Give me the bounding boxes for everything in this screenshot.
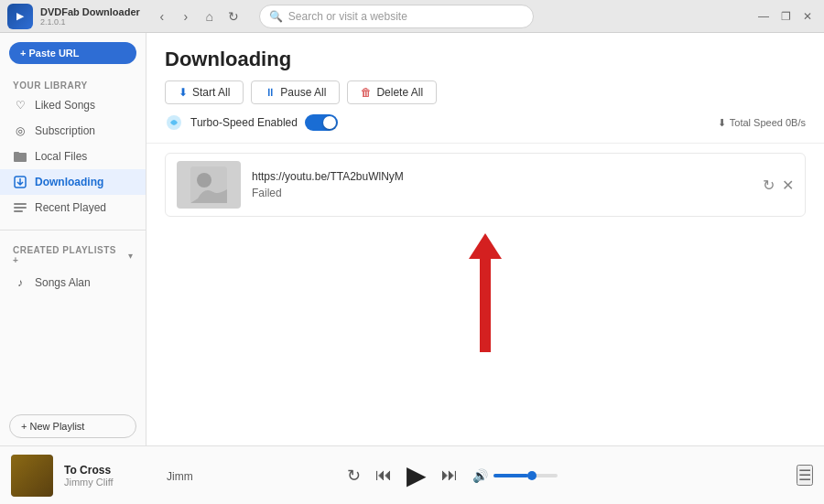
player-subtitle: Jimm: [167, 467, 222, 484]
turbo-bar: Turbo-Speed Enabled ⬇ Total Speed 0B/s: [165, 113, 806, 132]
svg-point-8: [197, 173, 211, 188]
content-header: Downloading ⬇ Start All ⏸ Pause All 🗑 De…: [146, 33, 824, 144]
window-controls: — ❐ ✕: [754, 7, 817, 26]
delete-all-button[interactable]: 🗑 Delete All: [347, 80, 437, 104]
retry-download-button[interactable]: ↻: [763, 177, 775, 194]
folder-icon: [13, 149, 27, 164]
volume-icon: 🔊: [472, 468, 488, 483]
player-bar: To Cross Jimmy Cliff Jimm ↻ ⏮ ▶ ⏭ 🔊 ☰: [0, 445, 824, 504]
address-text: Search or visit a website: [288, 10, 524, 23]
music-icon: ♪: [13, 275, 27, 290]
player-controls: ↻ ⏮ ▶ ⏭ 🔊: [347, 460, 558, 490]
toggle-knob: [323, 116, 336, 129]
queue-button[interactable]: ☰: [797, 465, 813, 486]
sidebar-item-liked-songs-label: Liked Songs: [35, 99, 95, 112]
total-speed-label: Total Speed 0B/s: [730, 117, 806, 128]
pause-all-label: Pause All: [280, 86, 326, 99]
sidebar-item-downloading[interactable]: Downloading: [0, 169, 146, 195]
volume-bar[interactable]: [493, 474, 558, 477]
player-thumbnail: [11, 455, 53, 497]
sidebar-item-local-files-label: Local Files: [35, 150, 87, 163]
close-button[interactable]: ✕: [798, 7, 817, 26]
sidebar-item-downloading-label: Downloading: [35, 176, 103, 188]
start-all-button[interactable]: ⬇ Start All: [165, 80, 244, 104]
pause-icon: ⏸: [265, 86, 276, 99]
repeat-button[interactable]: ↻: [347, 466, 361, 486]
action-bar: ⬇ Start All ⏸ Pause All 🗑 Delete All: [165, 80, 806, 104]
page-title: Downloading: [165, 48, 806, 71]
created-playlists-header[interactable]: CREATED PLAYLISTS + ▾: [0, 240, 146, 271]
next-button[interactable]: ⏭: [441, 466, 458, 485]
expand-icon: ▾: [128, 251, 133, 261]
refresh-button[interactable]: ↻: [222, 5, 244, 27]
home-button[interactable]: ⌂: [199, 5, 221, 27]
turbo-icon: [165, 113, 183, 132]
recent-icon: [13, 200, 27, 215]
download-thumbnail: [177, 161, 241, 209]
download-speed-icon: ⬇: [718, 117, 726, 129]
app-icon: ▶: [7, 4, 33, 29]
sidebar: + Paste URL YOUR LIBRARY ♡ Liked Songs ◎…: [0, 33, 146, 445]
volume-knob: [527, 471, 537, 480]
download-status: Failed: [252, 187, 752, 199]
search-icon: 🔍: [269, 10, 283, 23]
sidebar-item-liked-songs[interactable]: ♡ Liked Songs: [0, 92, 146, 118]
sidebar-item-local-files[interactable]: Local Files: [0, 144, 146, 169]
player-thumb-image: [11, 455, 53, 497]
remove-download-button[interactable]: ✕: [782, 177, 794, 194]
trash-icon: 🗑: [361, 86, 372, 99]
address-bar[interactable]: 🔍 Search or visit a website: [259, 5, 534, 28]
start-icon: ⬇: [179, 86, 188, 99]
svg-rect-1: [14, 152, 19, 155]
playlists-section: CREATED PLAYLISTS + ▾ ♪ Songs Alan: [0, 236, 146, 298]
library-section: YOUR LIBRARY ♡ Liked Songs ◎ Subscriptio…: [0, 70, 146, 224]
created-playlists-title: CREATED PLAYLISTS +: [13, 245, 123, 265]
download-item: https://youtu.be/TTA2buWlNyM Failed ↻ ✕: [165, 153, 806, 217]
download-list: https://youtu.be/TTA2buWlNyM Failed ↻ ✕: [146, 144, 824, 445]
sidebar-item-subscription-label: Subscription: [35, 124, 95, 137]
svg-rect-5: [14, 210, 23, 212]
total-speed: ⬇ Total Speed 0B/s: [718, 117, 806, 129]
turbo-label: Turbo-Speed Enabled: [190, 116, 298, 129]
playlist-songs-alan-label: Songs Alan: [35, 276, 91, 289]
maximize-button[interactable]: ❐: [776, 7, 795, 26]
player-track-info: To Cross Jimmy Cliff: [64, 464, 156, 488]
subscription-icon: ◎: [13, 123, 27, 138]
player-volume: 🔊: [472, 468, 558, 483]
nav-buttons: ‹ › ⌂ ↻: [151, 5, 244, 27]
player-track-artist: Jimmy Cliff: [64, 477, 156, 488]
svg-rect-4: [14, 207, 27, 209]
player-subtitle-text: Jimm: [167, 470, 193, 483]
title-bar: ▶ DVDFab Downloader 2.1.0.1 ‹ › ⌂ ↻ 🔍 Se…: [0, 0, 824, 33]
download-actions: ↻ ✕: [763, 177, 794, 194]
play-button[interactable]: ▶: [407, 460, 427, 490]
app-name-version: DVDFab Downloader 2.1.0.1: [40, 6, 140, 27]
player-track-name: To Cross: [64, 464, 156, 477]
downloading-icon: [13, 175, 27, 189]
sidebar-item-recent-played[interactable]: Recent Played: [0, 195, 146, 220]
sidebar-item-subscription[interactable]: ◎ Subscription: [0, 118, 146, 144]
download-info: https://youtu.be/TTA2buWlNyM Failed: [252, 170, 752, 199]
paste-url-button[interactable]: + Paste URL: [9, 42, 136, 64]
minimize-button[interactable]: —: [754, 7, 773, 26]
playlist-item-songs-alan[interactable]: ♪ Songs Alan: [0, 271, 146, 295]
library-title: YOUR LIBRARY: [0, 73, 146, 92]
start-all-label: Start All: [192, 86, 230, 99]
download-url: https://youtu.be/TTA2buWlNyM: [252, 170, 752, 183]
main-layout: + Paste URL YOUR LIBRARY ♡ Liked Songs ◎…: [0, 33, 824, 445]
volume-fill: [493, 474, 529, 477]
arrow-shaft: [480, 259, 491, 352]
back-button[interactable]: ‹: [151, 5, 173, 27]
new-playlist-button[interactable]: + New Playlist: [9, 414, 136, 438]
svg-rect-3: [14, 203, 27, 205]
content-area: Downloading ⬇ Start All ⏸ Pause All 🗑 De…: [146, 33, 824, 445]
forward-button[interactable]: ›: [175, 5, 197, 27]
toggle-track[interactable]: [305, 114, 338, 131]
heart-icon: ♡: [13, 98, 27, 113]
sidebar-item-recent-played-label: Recent Played: [35, 201, 106, 214]
turbo-toggle[interactable]: [305, 114, 338, 131]
prev-button[interactable]: ⏮: [375, 466, 392, 485]
arrow-annotation: [165, 224, 806, 352]
delete-all-label: Delete All: [376, 86, 423, 99]
pause-all-button[interactable]: ⏸ Pause All: [251, 80, 340, 104]
